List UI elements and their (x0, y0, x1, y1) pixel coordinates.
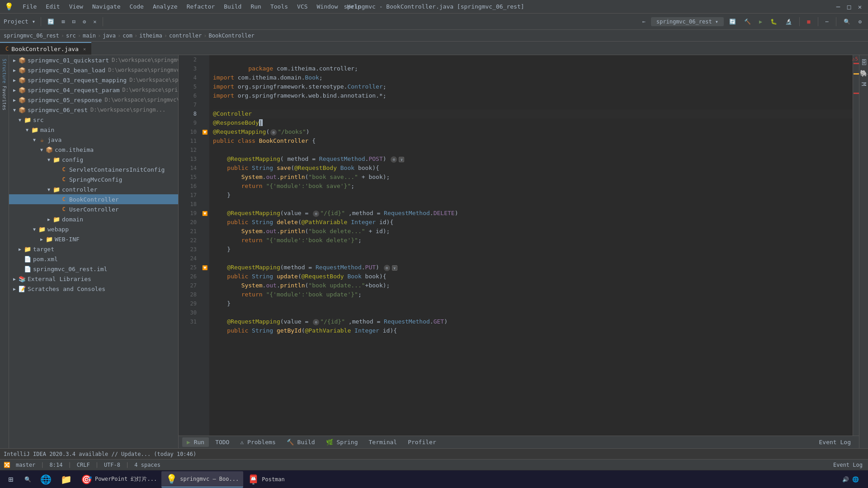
tree-item-domain[interactable]: ▶ 📁 domain (9, 214, 178, 224)
tab-build[interactable]: 🔨 Build (282, 437, 320, 447)
tab-bookcontroller[interactable]: C BookController.java ✕ (0, 42, 91, 55)
toolbar-expand[interactable]: ⊞ (59, 17, 67, 26)
tree-item-external-libs[interactable]: ▶ 📚 External Libraries (9, 274, 178, 284)
breadcrumb-item-2[interactable]: main (83, 33, 96, 39)
run-button[interactable]: ▶ (756, 17, 765, 26)
event-log-status[interactable]: Event Log (831, 462, 864, 468)
toolbar-collapse[interactable]: ⊟ (70, 17, 78, 26)
tab-terminal[interactable]: Terminal (364, 437, 402, 447)
breadcrumb-item-4[interactable]: com (123, 33, 132, 39)
menu-window[interactable]: Window (313, 2, 342, 11)
close-button[interactable]: ✕ (856, 3, 863, 10)
tree-item-src[interactable]: ▼ 📁 src (9, 115, 178, 125)
maximize-button[interactable]: □ (845, 3, 853, 10)
menu-build[interactable]: Build (220, 2, 245, 11)
menu-analyze[interactable]: Analyze (149, 2, 181, 11)
indent-setting[interactable]: 4 spaces (132, 462, 162, 468)
taskbar-powerpoint[interactable]: 🎯 PowerPoint 幻灯片... (76, 471, 161, 488)
breadcrumb-item-0[interactable]: springmvc_06_rest (4, 33, 59, 39)
tab-spring[interactable]: 🌿 Spring (321, 437, 363, 447)
tree-item-java[interactable]: ▼ ☕ java (9, 135, 178, 145)
tree-item-module-02[interactable]: ▶ 📦 springmvc_02_bean_load D:\workspace\… (9, 65, 178, 75)
tree-item-scratches[interactable]: ▶ 📝 Scratches and Consoles (9, 284, 178, 294)
tab-run[interactable]: ▶ Run (182, 437, 209, 447)
postman-label: Postman (262, 476, 285, 483)
arrow-icon: ▼ (45, 186, 52, 193)
more-tools[interactable]: ⋯ (823, 17, 831, 26)
menu-refactor[interactable]: Refactor (183, 2, 219, 11)
toolbar-settings[interactable]: ⚙ (80, 17, 89, 26)
tab-close[interactable]: ✕ (83, 47, 86, 52)
menu-code[interactable]: Code (126, 2, 147, 11)
menu-file[interactable]: File (19, 2, 40, 11)
tree-item-webinf[interactable]: ▶ 📁 WEB-INF (9, 234, 178, 244)
tree-item-webapp[interactable]: ▼ 📁 webapp (9, 224, 178, 234)
tree-item-config[interactable]: ▼ 📁 config (9, 155, 178, 164)
menu-view[interactable]: View (66, 2, 87, 11)
run-config-selector[interactable]: springmvc_06_rest ▾ (651, 17, 724, 26)
gradle-icon[interactable]: 🐘 (860, 70, 868, 77)
breadcrumb-item-1[interactable]: src (66, 33, 76, 39)
favorites-label[interactable]: Favorites (2, 86, 7, 110)
tree-item-book-controller[interactable]: ▶ C BookController (9, 194, 178, 204)
taskbar-search[interactable]: 🔍 (20, 471, 36, 488)
menu-edit[interactable]: Edit (42, 2, 63, 11)
toolbar-close[interactable]: ✕ (90, 17, 99, 26)
tree-item-module-04[interactable]: ▶ 📦 springmvc_04_request_param D:\worksp… (9, 85, 178, 95)
tree-item-springmvc-config[interactable]: ▶ C SpringMvcConfig (9, 174, 178, 184)
tree-item-target[interactable]: ▶ 📁 target (9, 244, 178, 254)
settings-button[interactable]: ⚙ (856, 17, 864, 26)
tree-item-controller[interactable]: ▼ 📁 controller (9, 184, 178, 194)
coverage-button[interactable]: 🔬 (783, 17, 795, 26)
tree-item-module-06[interactable]: ▼ 📦 springmvc_06_rest D:\workspace\sprin… (9, 105, 178, 115)
refresh-button[interactable]: 🔄 (726, 17, 739, 26)
tab-problems[interactable]: ⚠ Problems (236, 437, 280, 447)
minimize-button[interactable]: ─ (835, 3, 842, 10)
tree-item-iml[interactable]: ▶ 📄 springmvc_06_rest.iml (9, 264, 178, 274)
tab-profiler[interactable]: Profiler (403, 437, 441, 447)
folder-icon: 📁 (24, 116, 32, 124)
taskbar-intellij[interactable]: 💡 springmvc – Boo... (161, 471, 243, 488)
start-button[interactable]: ⊞ (2, 471, 20, 488)
line-position[interactable]: 8:14 (48, 462, 65, 468)
tree-item-pom[interactable]: ▶ 📄 pom.xml (9, 254, 178, 264)
menu-vcs[interactable]: VCS (293, 2, 311, 11)
breadcrumb-item-5[interactable]: itheima (139, 33, 162, 39)
search-everywhere[interactable]: 🔍 (841, 17, 853, 26)
back-button[interactable]: ← (640, 17, 648, 26)
git-branch[interactable]: master (14, 462, 37, 468)
code-content[interactable]: package com.itheima.controller; import c… (209, 55, 853, 436)
line-separator[interactable]: CRLF (75, 462, 92, 468)
tree-item-module-05[interactable]: ▶ 📦 springmvc_05_response D:\workspace\s… (9, 95, 178, 105)
tree-item-module-03[interactable]: ▶ 📦 springmvc_03_request_mapping D:\work… (9, 75, 178, 85)
stop-button[interactable]: ■ (804, 17, 813, 26)
breadcrumb-item-7[interactable]: BookController (208, 33, 254, 39)
editor-content[interactable]: 2 3 4 5 6 7 8 9 10 11 12 13 14 15 16 17 … (179, 55, 859, 436)
toolbar-sync[interactable]: 🔄 (45, 17, 57, 26)
taskbar-explorer[interactable]: 📁 (56, 471, 76, 488)
folder-icon: 📁 (52, 155, 61, 164)
tree-item-module-01[interactable]: ▶ 📦 springmvc_01_quickstart D:\workspace… (9, 55, 178, 65)
tree-item-user-controller[interactable]: ▶ C UserController (9, 204, 178, 214)
menu-navigate[interactable]: Navigate (89, 2, 124, 11)
menu-run[interactable]: Run (247, 2, 264, 11)
tree-item-servlet-config[interactable]: ▶ C ServletContainersInitConfig (9, 164, 178, 174)
tree-item-package[interactable]: ▼ 📦 com.itheima (9, 145, 178, 155)
structure-label[interactable]: Structure (2, 59, 7, 83)
arrow-icon: ▶ (16, 245, 24, 253)
breadcrumb-item-3[interactable]: java (103, 33, 116, 39)
status-sep-4: | (126, 462, 129, 468)
breadcrumb-item-6[interactable]: controller (169, 33, 202, 39)
tab-todo[interactable]: TODO (211, 437, 234, 447)
maven-icon[interactable]: M (860, 80, 868, 88)
encoding[interactable]: UTF-8 (102, 462, 122, 468)
taskbar-postman[interactable]: 📮 Postman (243, 471, 289, 488)
database-icon[interactable]: 🗄 (860, 59, 868, 66)
java-label: java (47, 136, 61, 143)
tree-item-main[interactable]: ▼ 📁 main (9, 125, 178, 135)
build-button[interactable]: 🔨 (741, 17, 754, 26)
debug-button[interactable]: 🐛 (768, 17, 780, 26)
taskbar-chrome[interactable]: 🌐 (36, 471, 56, 488)
menu-tools[interactable]: Tools (267, 2, 292, 11)
event-log-button[interactable]: Event Log (815, 437, 855, 447)
